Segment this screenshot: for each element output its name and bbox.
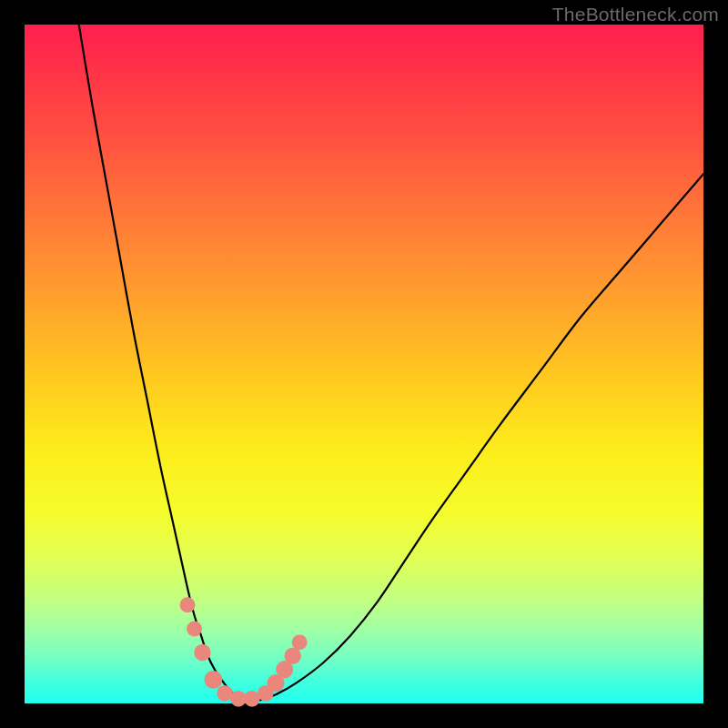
marker-dot [204, 671, 222, 689]
marker-dot [284, 648, 300, 664]
marker-dot [180, 597, 196, 612]
marker-dot [194, 644, 210, 661]
chart-plot-area [25, 25, 703, 703]
marker-dot [292, 634, 308, 650]
curve-markers [180, 597, 308, 706]
curve-line [79, 25, 703, 702]
chart-frame: TheBottleneck.com [0, 0, 728, 728]
chart-svg [25, 25, 703, 703]
watermark-text: TheBottleneck.com [552, 4, 719, 25]
marker-dot [187, 621, 202, 636]
